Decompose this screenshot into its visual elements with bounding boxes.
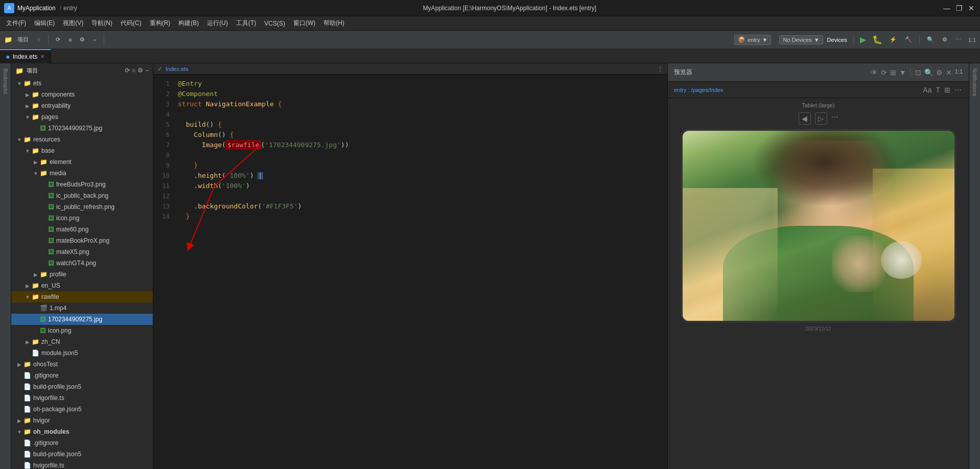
tree-item-base[interactable]: ▼📁base (11, 145, 153, 156)
tree-item-mateX5-png[interactable]: 🖼mateX5.png (11, 246, 153, 257)
bookmarks-label[interactable]: Bookmarks (2, 65, 9, 97)
tree-item-mate60-png[interactable]: 🖼mate60.png (11, 224, 153, 235)
tree-item-components[interactable]: ▶📁components (11, 89, 153, 100)
toolbar-dropdown-arrow[interactable]: ▼ (34, 36, 44, 43)
menu-item[interactable]: 代码(C) (116, 18, 146, 29)
toolbar-minimize-btn[interactable]: − (90, 36, 99, 44)
title-bar: A MyApplication / entry MyApplication [E… (0, 0, 980, 16)
code-line-14: } (178, 212, 663, 222)
tree-item--gitignore[interactable]: 📄.gitignore (11, 437, 153, 449)
toolbar-align-btn[interactable]: ≡ (65, 36, 75, 44)
menu-item[interactable]: VCS(S) (260, 19, 289, 28)
preview-close-btn[interactable]: ✕ (946, 68, 952, 77)
tree-item-build-profile-json5[interactable]: 📄build-profile.json5 (11, 449, 153, 460)
tree-item-1-mp4[interactable]: 🎬1.mp4 (11, 302, 153, 314)
toolbar-project-label[interactable]: 项目 (14, 35, 32, 44)
preview-grid-btn[interactable]: ⊞ (890, 68, 896, 77)
code-line-11: .width('100%') (178, 181, 663, 191)
tree-item-resources[interactable]: ▼📁resources (11, 134, 153, 145)
tree-item-build-profile-json5[interactable]: 📄build-profile.json5 (11, 381, 153, 392)
minimize-button[interactable]: — (942, 4, 951, 13)
tree-item-1702344909275-jpg[interactable]: 🖼1702344909275.jpg (11, 123, 153, 134)
notifications-label[interactable]: Notifications (971, 65, 978, 99)
more-toolbar-btn[interactable]: ⋯ (952, 35, 964, 44)
menu-item[interactable]: 工具(T) (232, 18, 260, 29)
sidebar-align-btn[interactable]: ≡ (132, 67, 135, 74)
line-number-4: 4 (153, 109, 170, 120)
nav-back-btn[interactable]: ◀ (799, 112, 811, 125)
line-number-8: 8 (153, 150, 170, 160)
tree-item-profile[interactable]: ▶📁profile (11, 269, 153, 280)
menu-item[interactable]: 视图(V) (59, 18, 87, 29)
menu-item[interactable]: 编辑(E) (30, 18, 59, 29)
tree-item-ic-public-back-png[interactable]: 🖼ic_public_back.png (11, 190, 153, 201)
tree-item-ohosTest[interactable]: ▶📁ohosTest (11, 359, 153, 370)
preview-title: 预览器 (674, 68, 692, 77)
preview-zoom-in-btn[interactable]: 🔍 (924, 68, 933, 77)
line-numbers: 1234567891011121314 (153, 75, 174, 469)
preview-more-btn[interactable]: ⋯ (953, 85, 963, 95)
toolbar-settings-btn[interactable]: ⚙ (77, 35, 88, 44)
tree-item-1702344909275-jpg[interactable]: 🖼1702344909275.jpg (11, 314, 153, 325)
tree-item-icon-png[interactable]: 🖼icon.png (11, 213, 153, 224)
clean-button[interactable]: 🔨 (902, 35, 915, 44)
preview-date: 2023/12/12 (805, 326, 831, 332)
tree-item-rawfile[interactable]: ▼📁rawfile (11, 291, 153, 302)
tree-item-hvigor[interactable]: ▶📁hvigor (11, 415, 153, 426)
active-file-tab[interactable]: ■ Index.ets ✕ (0, 49, 51, 63)
toolbar-sync-btn[interactable]: ⟳ (53, 35, 63, 44)
menu-item[interactable]: 重构(R) (146, 18, 175, 29)
tree-item-ets[interactable]: ▼📁ets (11, 78, 153, 89)
debug-button[interactable]: 🐛 (870, 35, 884, 44)
preview-T-btn[interactable]: T (935, 85, 941, 95)
tree-item-icon-png[interactable]: 🖼icon.png (11, 325, 153, 336)
tree-item-oh-package-json5[interactable]: 📄oh-package.json5 (11, 404, 153, 415)
menu-item[interactable]: 帮助(H) (319, 18, 348, 29)
device-selector[interactable]: No Devices ▼ (779, 35, 823, 44)
settings-toolbar-btn[interactable]: ⚙ (939, 35, 950, 44)
tree-item-mateBookProX-png[interactable]: 🖼mateBookProX.png (11, 235, 153, 246)
sidebar-sync-btn[interactable]: ⟳ (125, 67, 130, 74)
profile-button[interactable]: ⚡ (886, 35, 900, 44)
preview-chevron-btn[interactable]: ▼ (899, 68, 906, 77)
tree-item-media[interactable]: ▼📁media (11, 168, 153, 179)
tree-item-hvigorfile-ts[interactable]: 📄hvigorfile.ts (11, 392, 153, 404)
tree-item-zh-CN[interactable]: ▶📁zh_CN (11, 336, 153, 347)
tree-item-hvigorfile-ts[interactable]: 📄hvigorfile.ts (11, 460, 153, 469)
preview-resize-btn[interactable]: ⊡ (915, 68, 921, 77)
preview-settings-btn[interactable]: ⚙ (936, 68, 943, 77)
middle-area: Bookmarks 📁 项目 ⟳ ≡ ⚙ − ▼📁ets▶📁components… (0, 63, 980, 469)
preview-eye-btn[interactable]: 👁 (871, 68, 878, 77)
code-container[interactable]: 1234567891011121314 @Entry@Componentstru… (153, 75, 667, 469)
tree-item-en-US[interactable]: ▶📁en_US (11, 280, 153, 291)
tree-item-watchGT4-png[interactable]: 🖼watchGT4.png (11, 257, 153, 269)
restore-button[interactable]: ❐ (954, 4, 964, 13)
run-button[interactable]: ▶ (858, 35, 868, 44)
tree-item-element[interactable]: ▶📁element (11, 156, 153, 168)
nav-forward-btn[interactable]: ▷ (815, 112, 827, 125)
nav-more-btn[interactable]: ··· (831, 112, 838, 125)
preview-refresh-btn[interactable]: ⟳ (881, 68, 887, 77)
tree-item-oh-modules[interactable]: ▼📁oh_modules (11, 426, 153, 437)
tree-item-pages[interactable]: ▼📁pages (11, 111, 153, 123)
menu-item[interactable]: 文件(F) (2, 18, 30, 29)
sidebar-minimize-btn[interactable]: − (145, 67, 149, 74)
tree-item-freeBudsPro3-png[interactable]: 🖼freeBudsPro3.png (11, 179, 153, 190)
tab-close-icon[interactable]: ✕ (40, 54, 44, 59)
menu-item[interactable]: 导航(N) (87, 18, 116, 29)
code-content[interactable]: @Entry@Componentstruct NavigationExample… (174, 75, 667, 226)
menu-item[interactable]: 构建(B) (174, 18, 203, 29)
sidebar-settings-btn[interactable]: ⚙ (137, 67, 143, 74)
preview-grid2-btn[interactable]: ⊞ (943, 85, 951, 95)
preview-aa-btn[interactable]: Aa (922, 85, 932, 95)
close-button[interactable]: ✕ (967, 4, 976, 13)
editor-more-btn[interactable]: ⋮ (657, 65, 663, 73)
tree-item-entryability[interactable]: ▶📁entryability (11, 100, 153, 111)
entry-selector[interactable]: 📦 entry ▼ (734, 35, 771, 45)
tree-item--gitignore[interactable]: 📄.gitignore (11, 370, 153, 381)
tree-item-module-json5[interactable]: 📄module.json5 (11, 347, 153, 359)
tree-item-ic-public-refresh-png[interactable]: 🖼ic_public_refresh.png (11, 201, 153, 213)
menu-item[interactable]: 运行(U) (203, 18, 232, 29)
menu-item[interactable]: 窗口(W) (289, 18, 319, 29)
search-toolbar-btn[interactable]: 🔍 (924, 35, 937, 44)
